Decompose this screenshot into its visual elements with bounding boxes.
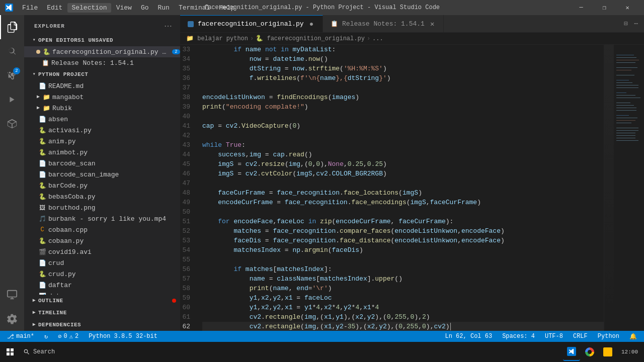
code-line-62: cv2.rectangle(img,(x1,y2-35),(x2,y2),(0,…: [202, 322, 604, 331]
open-editors-section[interactable]: ▾ OPEN EDITORS 1 UNSAVED: [24, 34, 180, 46]
menu-file[interactable]: File: [18, 3, 42, 13]
file-barcode-scan-image[interactable]: 📄 barcode_scan_image: [24, 169, 180, 180]
svg-rect-29: [616, 138, 635, 138]
editor-scroll-area: 33 34 35 36 37 38 39 40 41 42 43 44 45 4…: [180, 45, 644, 331]
code-line-35: dtString = now.strftime('%H:%M:%S'): [202, 64, 604, 73]
taskbar-vscode[interactable]: [563, 343, 580, 361]
activasi-icon: 🐍: [38, 126, 46, 134]
code-line-58: print(name, end='\r'): [202, 284, 604, 293]
file-barcode-scan[interactable]: 📄 barcode_scan: [24, 158, 180, 169]
tab-facerecognition-close[interactable]: ●: [308, 20, 315, 29]
status-spaces[interactable]: Spaces: 4: [499, 331, 538, 342]
file-animbot[interactable]: 🐍 animbot.py: [24, 147, 180, 158]
file-anim[interactable]: 🐍 anim.py: [24, 136, 180, 147]
activity-remote[interactable]: [0, 283, 24, 307]
tab-releasenotes-close[interactable]: ✕: [429, 19, 436, 29]
file-burbank[interactable]: 🎵 burbank - sorry i like you.mp4: [24, 213, 180, 224]
activity-settings[interactable]: [0, 307, 24, 331]
activity-source-control[interactable]: 2: [0, 63, 24, 87]
breadcrumb-folder[interactable]: 📁 belajar python: [186, 35, 248, 42]
file-bebascoba[interactable]: 🐍 bebasCoba.py: [24, 191, 180, 202]
menu-edit[interactable]: Edit: [43, 3, 66, 13]
menu-selection[interactable]: Selection: [67, 3, 111, 13]
file-covid19[interactable]: 🎬 covid19.avi: [24, 246, 180, 257]
file-daftar[interactable]: 📄 daftar: [24, 280, 180, 291]
folder-mangabot[interactable]: ▶ 📁 mangabot: [24, 92, 180, 103]
folder-rubik[interactable]: ▶ 📁 Rubik: [24, 103, 180, 114]
tab-releasenotes[interactable]: 📋 Release Notes: 1.54.1 ✕: [323, 15, 444, 33]
code-line-33: if name not in myDataList:: [202, 45, 604, 54]
open-editor-file1[interactable]: 🐍 facerecognition_original.py bel... 2: [24, 46, 180, 57]
taskbar-right: 12:00: [617, 343, 642, 361]
daftar-icon: 📄: [38, 281, 46, 289]
svg-rect-14: [616, 93, 626, 93]
code-line-61: cv2.rectangle(img,(x1,y1),(x2,y2),(0,255…: [202, 312, 604, 322]
file-absen[interactable]: 📄 absen: [24, 114, 180, 125]
code-content[interactable]: if name not in myDataList: now = datetim…: [200, 45, 604, 331]
breadcrumb-file[interactable]: 🐍 facerecognition_original.py: [256, 35, 365, 42]
ln55: 55: [180, 255, 194, 264]
error-icon: ⊘: [58, 333, 61, 340]
code-line-55: [202, 255, 604, 264]
tab-facerecognition[interactable]: facerecognition_original.py ●: [180, 15, 323, 33]
status-line-ending[interactable]: CRLF: [570, 331, 591, 342]
status-python[interactable]: Python 3.8.5 32-bit: [86, 331, 160, 342]
taskbar-start[interactable]: [2, 343, 18, 361]
open-editor-file2[interactable]: 📋 Release Notes: 1.54.1: [24, 57, 180, 68]
dependencies-section[interactable]: ▶ DEPENDENCIES: [24, 319, 180, 331]
file-readme[interactable]: 📄 README.md: [24, 80, 180, 92]
status-sync[interactable]: ↻: [41, 331, 51, 342]
menu-go[interactable]: Go: [137, 3, 153, 13]
more-actions-button[interactable]: ⋯: [632, 18, 640, 30]
code-line-53: faceDis = face_recognition.face_distance…: [202, 236, 604, 245]
taskbar-chrome[interactable]: [581, 343, 598, 361]
taskbar-system-tray[interactable]: 12:00: [617, 343, 642, 361]
file-boruthod[interactable]: 🖼 boruthod.png: [24, 202, 180, 213]
bebascoba-icon: 🐍: [38, 193, 46, 201]
ln41: 41: [180, 121, 194, 131]
activity-extensions[interactable]: [0, 112, 24, 136]
maximize-button[interactable]: ❐: [593, 0, 616, 15]
menu-run[interactable]: Run: [153, 3, 173, 13]
status-errors[interactable]: ⊘ 0 ⚠ 2: [55, 331, 82, 342]
svg-rect-17: [616, 103, 630, 103]
file-crud[interactable]: 📄 crud: [24, 257, 180, 268]
code-line-48: faceCurFrame = face_recognition.face_loc…: [202, 188, 604, 198]
notes-tab-icon: 📋: [331, 20, 338, 28]
split-editor-button[interactable]: ⊟: [622, 18, 630, 30]
svg-rect-4: [616, 57, 636, 58]
outline-error-dot: [172, 299, 176, 303]
timeline-label: TIMELINE: [38, 310, 67, 316]
svg-rect-33: [7, 352, 10, 355]
ln49: 49: [180, 198, 194, 207]
minimize-button[interactable]: —: [570, 0, 593, 15]
ln62: 62: [180, 322, 194, 331]
activity-search[interactable]: [0, 39, 24, 63]
status-notifications[interactable]: 🔔: [626, 331, 640, 342]
file-data-csv[interactable]: 📊 data.csv: [24, 291, 180, 295]
status-encoding[interactable]: UTF-8: [542, 331, 566, 342]
timeline-section[interactable]: ▶ TIMELINE: [24, 307, 180, 319]
file-crud-py[interactable]: 🐍 crud.py: [24, 268, 180, 280]
file-cobaan-cpp[interactable]: C cobaan.cpp: [24, 224, 180, 235]
outline-section[interactable]: ▶ OUTLINE: [24, 295, 180, 307]
taskbar-search[interactable]: Search: [19, 343, 59, 361]
close-button[interactable]: ✕: [616, 0, 639, 15]
activity-run[interactable]: [0, 87, 24, 112]
file-activasi[interactable]: 🐍 activasi.py: [24, 125, 180, 136]
breadcrumb-symbol[interactable]: ...: [372, 35, 383, 42]
activity-explorer[interactable]: [0, 15, 24, 39]
python-project-section[interactable]: ▾ PYTHON PROJECT: [24, 68, 180, 80]
new-file-button[interactable]: ⋯: [162, 20, 174, 32]
status-language[interactable]: Python: [595, 331, 622, 342]
status-branch[interactable]: ⎇ main*: [4, 331, 37, 342]
menu-view[interactable]: View: [112, 3, 136, 13]
svg-rect-7: [616, 67, 637, 68]
anim-icon: 🐍: [38, 137, 46, 145]
taskbar-explorer[interactable]: [599, 343, 616, 361]
file-barcode[interactable]: 🐍 barCode.py: [24, 180, 180, 191]
status-cursor-position[interactable]: Ln 62, Col 63: [442, 331, 496, 342]
file-cobaan-py[interactable]: 🐍 cobaan.py: [24, 235, 180, 246]
taskbar-search-label: Search: [33, 348, 55, 355]
code-editor[interactable]: 33 34 35 36 37 38 39 40 41 42 43 44 45 4…: [180, 45, 644, 331]
